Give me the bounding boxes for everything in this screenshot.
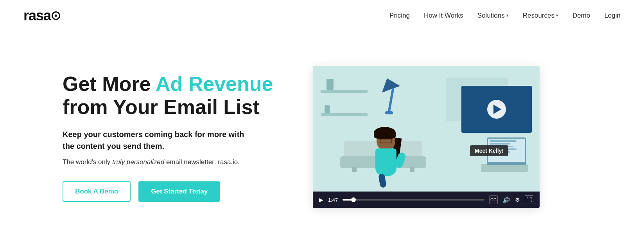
nav-link-login[interactable]: Login (604, 12, 621, 19)
video-timestamp: 1:47 (328, 197, 338, 203)
hero-heading-part1: Get More (63, 72, 156, 95)
nav-item-solutions[interactable]: Solutions ▾ (477, 12, 509, 20)
hero-text-block: Get More Ad Revenue from Your Email List… (63, 72, 282, 202)
laptop-content-line (490, 140, 517, 142)
desk-lamp (379, 78, 399, 114)
hero-desc-pre: The world's only (63, 158, 112, 166)
book-demo-button[interactable]: Book A Demo (63, 181, 131, 202)
shelf-top (321, 90, 368, 93)
laptop-base (487, 163, 526, 165)
video-play-button[interactable] (487, 100, 506, 119)
lamp-arm (388, 88, 394, 111)
video-player: Meet Kelly! ▶ 1:47 CC 🔊 ⚙ ⛶ (313, 66, 540, 208)
nav-item-demo[interactable]: Demo (572, 12, 590, 20)
logo[interactable]: rasa (23, 7, 60, 24)
get-started-button[interactable]: Get Started Today (138, 181, 220, 202)
navbar: rasa Pricing How It Works Solutions ▾ Re… (0, 0, 644, 31)
lamp-head (378, 75, 400, 92)
video-controls-bar: ▶ 1:47 CC 🔊 ⚙ ⛶ (313, 192, 540, 208)
video-progress-fill (343, 199, 354, 201)
logo-text: rasa (23, 7, 51, 24)
nav-item-resources[interactable]: Resources ▾ (523, 12, 558, 20)
video-progress-handle[interactable] (351, 197, 356, 202)
hero-buttons: Book A Demo Get Started Today (63, 181, 282, 202)
character-kelly (375, 130, 396, 176)
chevron-down-icon: ▾ (556, 13, 558, 18)
nav-link-pricing[interactable]: Pricing (389, 12, 410, 19)
video-progress-bar[interactable] (343, 199, 484, 201)
settings-button[interactable]: ⚙ (515, 197, 520, 203)
fullscreen-button[interactable]: ⛶ (525, 195, 533, 204)
logo-icon (52, 11, 60, 20)
hero-heading: Get More Ad Revenue from Your Email List (63, 72, 282, 119)
hero-heading-accent: Ad Revenue (156, 72, 273, 95)
nav-link-resources: Resources (523, 12, 554, 20)
chevron-down-icon: ▾ (506, 13, 509, 18)
character-glasses (380, 139, 392, 143)
video-play-pause-button[interactable]: ▶ (319, 197, 323, 203)
nav-link-how-it-works[interactable]: How It Works (424, 12, 463, 19)
nav-dropdown-solutions[interactable]: Solutions ▾ (477, 12, 509, 20)
nav-link-demo[interactable]: Demo (572, 12, 590, 19)
closed-captions-button[interactable]: CC (489, 195, 498, 204)
hero-desc-italic: truly personalized (112, 158, 164, 166)
tv-screen (461, 86, 532, 133)
lamp-base (385, 111, 393, 114)
volume-button[interactable]: 🔊 (502, 196, 510, 204)
hero-heading-part2: from Your Email List (63, 96, 260, 118)
nav-links: Pricing How It Works Solutions ▾ Resourc… (389, 12, 621, 20)
nav-link-solutions: Solutions (477, 12, 505, 20)
nav-dropdown-resources[interactable]: Resources ▾ (523, 12, 558, 20)
hero-section: Get More Ad Revenue from Your Email List… (0, 31, 644, 235)
hero-description: The world's only truly personalized emai… (63, 157, 282, 167)
sofa-leg-right (410, 167, 414, 172)
meet-kelly-tooltip: Meet Kelly! (470, 145, 508, 156)
shelf-bottom (321, 113, 368, 116)
hero-subheading: Keep your customers coming back for more… (63, 128, 282, 152)
video-thumbnail[interactable]: Meet Kelly! (313, 66, 540, 192)
sofa-leg-left (352, 167, 357, 172)
side-table (481, 164, 528, 172)
nav-item-pricing[interactable]: Pricing (389, 12, 410, 20)
nav-item-how-it-works[interactable]: How It Works (424, 12, 463, 20)
nav-item-login[interactable]: Login (604, 12, 621, 20)
play-triangle-icon (493, 105, 501, 114)
character-body (375, 148, 396, 176)
hero-desc-post: email newsletter: rasa.io. (164, 158, 240, 166)
laptop-content-line (490, 143, 510, 145)
character-hair (374, 127, 396, 139)
